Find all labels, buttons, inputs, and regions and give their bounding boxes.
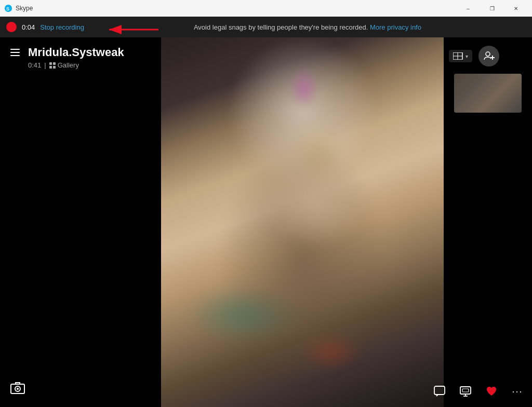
more-button[interactable]: ···	[508, 382, 527, 401]
privacy-notice: Avoid legal snags by telling people they…	[89, 23, 526, 31]
svg-rect-18	[460, 387, 471, 394]
privacy-info-link[interactable]: More privacy info	[370, 23, 421, 31]
screenshot-button[interactable]	[8, 379, 27, 398]
chevron-down-icon: ▾	[466, 53, 468, 59]
video-area	[161, 37, 444, 407]
svg-rect-17	[434, 386, 445, 395]
svg-rect-5	[53, 62, 56, 65]
maximize-button[interactable]: ❒	[480, 0, 504, 17]
window-controls: – ❒ ✕	[456, 0, 528, 17]
chat-icon	[434, 386, 445, 397]
hair-element	[288, 67, 320, 108]
gallery-icon	[49, 62, 56, 69]
stop-recording-link[interactable]: Stop recording	[40, 23, 84, 31]
svg-point-14	[486, 52, 490, 56]
gallery-label: Gallery	[58, 61, 79, 69]
view-toggle-icon	[453, 52, 463, 60]
svg-text:S: S	[6, 6, 9, 11]
add-person-button[interactable]	[478, 46, 499, 66]
minimize-button[interactable]: –	[456, 0, 480, 17]
react-button[interactable]	[482, 382, 501, 401]
call-header: Mridula.Systweak 0:41 | Gallery	[0, 37, 161, 73]
add-person-icon	[483, 50, 495, 62]
recording-timer: 0:04	[22, 23, 35, 31]
left-panel: Mridula.Systweak 0:41 | Gallery	[0, 37, 161, 407]
svg-point-10	[17, 388, 19, 390]
self-view-thumbnail	[454, 74, 522, 113]
separator: |	[44, 61, 46, 69]
heart-icon	[486, 386, 497, 397]
close-button[interactable]: ✕	[504, 0, 528, 17]
screenshot-icon	[10, 382, 25, 395]
svg-rect-7	[53, 66, 56, 69]
screenshare-button[interactable]	[456, 382, 475, 401]
call-meta: 0:41 | Gallery	[28, 61, 153, 69]
screenshare-icon	[460, 386, 471, 397]
contact-name: Mridula.Systweak	[28, 46, 153, 59]
recording-dot-icon	[6, 22, 17, 32]
app-title: Skype	[16, 5, 456, 12]
gallery-icon-wrap: Gallery	[49, 61, 79, 69]
right-top-controls: ▾	[444, 43, 532, 70]
right-panel: ▾	[444, 37, 532, 407]
call-duration: 0:41	[28, 61, 41, 69]
skype-logo-icon: S	[4, 4, 12, 12]
chat-button[interactable]	[430, 382, 449, 401]
svg-rect-4	[49, 62, 52, 65]
hamburger-icon	[10, 49, 20, 56]
call-info: Mridula.Systweak 0:41 | Gallery	[28, 46, 153, 69]
svg-rect-6	[49, 66, 52, 69]
menu-button[interactable]	[8, 47, 22, 58]
title-bar: S Skype – ❒ ✕	[0, 0, 532, 17]
main-area: Mridula.Systweak 0:41 | Gallery	[0, 37, 532, 407]
more-icon: ···	[512, 386, 523, 397]
view-toggle-button[interactable]: ▾	[449, 50, 472, 62]
svg-rect-21	[462, 389, 469, 392]
recording-bar: 0:04 Stop recording Avoid legal snags by…	[0, 17, 532, 37]
